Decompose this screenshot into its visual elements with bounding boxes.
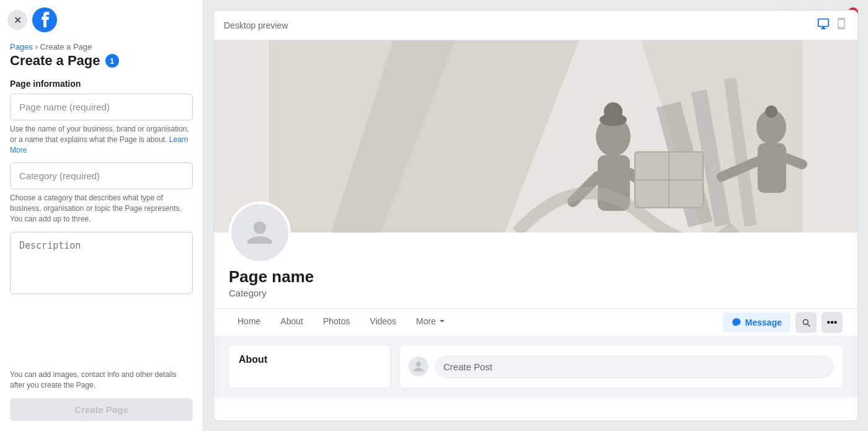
top-bar: ✕: [0, 0, 203, 32]
search-button[interactable]: [795, 312, 817, 333]
cover-photo: [214, 40, 857, 233]
content-area: About Create Post: [214, 335, 857, 398]
create-page-button[interactable]: Create Page: [10, 398, 193, 421]
preview-container: Desktop preview: [213, 10, 858, 421]
nav-videos[interactable]: Videos: [361, 309, 405, 335]
preview-icons: [817, 17, 848, 33]
nav-actions: Message •••: [723, 312, 843, 333]
page-title: Create a Page 1: [0, 53, 203, 79]
profile-name: Page name: [229, 267, 843, 287]
message-button[interactable]: Message: [723, 313, 790, 332]
close-button[interactable]: ✕: [7, 10, 27, 30]
category-input[interactable]: [10, 162, 193, 189]
desktop-preview-button[interactable]: [817, 17, 830, 33]
left-panel: ✕ Pages › Create a Page Create a Page 1 …: [0, 0, 203, 431]
post-avatar: [409, 357, 428, 376]
nav-more[interactable]: More: [407, 309, 454, 335]
profile-section: Page name Category: [214, 233, 857, 308]
more-actions-button[interactable]: •••: [822, 312, 843, 333]
right-panel: 1 Desktop preview: [203, 0, 868, 431]
section-label: Page information: [0, 79, 203, 94]
description-input[interactable]: [10, 232, 193, 294]
breadcrumb: Pages › Create a Page: [0, 32, 203, 53]
profile-info: Page name Category: [229, 233, 843, 308]
create-post-button[interactable]: Create Post: [435, 355, 834, 378]
svg-point-25: [765, 105, 777, 118]
info-badge: 1: [105, 54, 119, 68]
bottom-info: You can add images, contact info and oth…: [0, 362, 203, 398]
facebook-logo: [32, 7, 57, 32]
page-name-helper: Use the name of your business, brand or …: [0, 124, 203, 162]
nav-home[interactable]: Home: [229, 309, 269, 335]
preview-title: Desktop preview: [224, 20, 288, 30]
nav-about[interactable]: About: [272, 309, 312, 335]
profile-category: Category: [229, 288, 843, 298]
profile-avatar: [229, 202, 291, 264]
preview-scroll[interactable]: Page name Category Home About Photos Vid…: [214, 40, 857, 420]
preview-header: Desktop preview: [214, 11, 857, 40]
breadcrumb-pages-link[interactable]: Pages: [10, 42, 33, 51]
page-nav: Home About Photos Videos More Message: [214, 308, 857, 335]
svg-line-24: [786, 158, 802, 164]
about-box: About: [229, 345, 390, 388]
page-name-input[interactable]: [10, 94, 193, 120]
svg-rect-22: [758, 143, 786, 193]
svg-rect-17: [604, 102, 622, 121]
category-helper: Choose a category that describes what ty…: [0, 193, 203, 231]
nav-photos[interactable]: Photos: [314, 309, 359, 335]
create-post-box: Create Post: [400, 345, 843, 388]
mobile-preview-button[interactable]: [835, 17, 848, 33]
